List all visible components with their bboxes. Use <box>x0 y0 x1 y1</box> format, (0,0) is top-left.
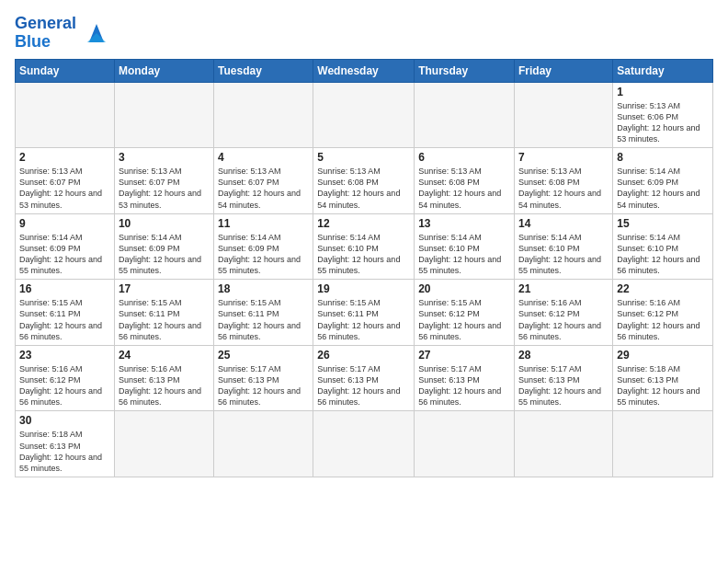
calendar-table: SundayMondayTuesdayWednesdayThursdayFrid… <box>15 59 713 477</box>
weekday-header-sunday: Sunday <box>16 59 115 82</box>
logo-icon <box>82 20 111 46</box>
calendar-cell <box>515 82 613 148</box>
logo: General Blue <box>15 15 111 52</box>
day-number: 16 <box>19 282 110 295</box>
calendar-cell: 17Sunrise: 5:15 AM Sunset: 6:11 PM Dayli… <box>114 280 213 346</box>
calendar-cell: 12Sunrise: 5:14 AM Sunset: 6:10 PM Dayli… <box>313 213 415 280</box>
weekday-header-friday: Friday <box>515 59 613 82</box>
calendar-cell: 1Sunrise: 5:13 AM Sunset: 6:06 PM Daylig… <box>613 82 713 148</box>
page-header: General Blue <box>15 15 713 52</box>
day-number: 7 <box>518 151 609 164</box>
calendar-cell: 15Sunrise: 5:14 AM Sunset: 6:10 PM Dayli… <box>613 213 713 280</box>
day-info: Sunrise: 5:14 AM Sunset: 6:09 PM Dayligh… <box>19 232 110 277</box>
calendar-cell: 14Sunrise: 5:14 AM Sunset: 6:10 PM Dayli… <box>515 213 613 280</box>
svg-marker-1 <box>87 33 106 42</box>
calendar-week-2: 2Sunrise: 5:13 AM Sunset: 6:07 PM Daylig… <box>16 148 713 214</box>
calendar-cell: 24Sunrise: 5:16 AM Sunset: 6:13 PM Dayli… <box>114 345 213 411</box>
day-number: 15 <box>617 217 709 230</box>
logo-general: General <box>15 14 76 32</box>
day-info: Sunrise: 5:17 AM Sunset: 6:13 PM Dayligh… <box>218 363 309 408</box>
day-number: 30 <box>19 414 110 427</box>
day-number: 20 <box>418 282 510 295</box>
calendar-cell: 13Sunrise: 5:14 AM Sunset: 6:10 PM Dayli… <box>415 213 515 280</box>
calendar-cell: 30Sunrise: 5:18 AM Sunset: 6:13 PM Dayli… <box>16 411 115 477</box>
calendar-cell: 10Sunrise: 5:14 AM Sunset: 6:09 PM Dayli… <box>114 213 213 280</box>
calendar-week-1: 1Sunrise: 5:13 AM Sunset: 6:06 PM Daylig… <box>16 82 713 148</box>
logo-blue: Blue <box>15 32 51 51</box>
day-info: Sunrise: 5:13 AM Sunset: 6:08 PM Dayligh… <box>317 166 410 211</box>
day-info: Sunrise: 5:18 AM Sunset: 6:13 PM Dayligh… <box>617 363 709 408</box>
day-number: 4 <box>218 151 309 164</box>
day-info: Sunrise: 5:15 AM Sunset: 6:11 PM Dayligh… <box>317 297 410 342</box>
calendar-week-4: 16Sunrise: 5:15 AM Sunset: 6:11 PM Dayli… <box>16 280 713 346</box>
calendar-week-6: 30Sunrise: 5:18 AM Sunset: 6:13 PM Dayli… <box>16 411 713 477</box>
day-number: 10 <box>119 217 210 230</box>
day-info: Sunrise: 5:15 AM Sunset: 6:11 PM Dayligh… <box>218 297 309 342</box>
calendar-cell: 29Sunrise: 5:18 AM Sunset: 6:13 PM Dayli… <box>613 345 713 411</box>
calendar-cell <box>214 411 313 477</box>
day-number: 12 <box>317 217 410 230</box>
day-number: 5 <box>317 151 410 164</box>
day-info: Sunrise: 5:14 AM Sunset: 6:10 PM Dayligh… <box>518 232 609 277</box>
calendar-cell <box>415 411 515 477</box>
calendar-cell: 4Sunrise: 5:13 AM Sunset: 6:07 PM Daylig… <box>214 148 313 214</box>
day-number: 2 <box>19 151 110 164</box>
calendar-cell: 7Sunrise: 5:13 AM Sunset: 6:08 PM Daylig… <box>515 148 613 214</box>
calendar-week-3: 9Sunrise: 5:14 AM Sunset: 6:09 PM Daylig… <box>16 213 713 280</box>
day-info: Sunrise: 5:15 AM Sunset: 6:11 PM Dayligh… <box>19 297 110 342</box>
day-info: Sunrise: 5:13 AM Sunset: 6:06 PM Dayligh… <box>617 100 709 145</box>
day-info: Sunrise: 5:17 AM Sunset: 6:13 PM Dayligh… <box>418 363 510 408</box>
day-number: 9 <box>19 217 110 230</box>
day-info: Sunrise: 5:18 AM Sunset: 6:13 PM Dayligh… <box>19 429 110 474</box>
calendar-cell: 23Sunrise: 5:16 AM Sunset: 6:12 PM Dayli… <box>16 345 115 411</box>
day-number: 13 <box>418 217 510 230</box>
calendar-cell: 20Sunrise: 5:15 AM Sunset: 6:12 PM Dayli… <box>415 280 515 346</box>
day-number: 1 <box>617 86 709 98</box>
calendar-cell <box>114 82 213 148</box>
day-number: 6 <box>418 151 510 164</box>
day-info: Sunrise: 5:14 AM Sunset: 6:09 PM Dayligh… <box>617 166 709 211</box>
logo-text: General Blue <box>15 15 76 52</box>
day-number: 26 <box>317 349 410 362</box>
day-number: 19 <box>317 282 410 295</box>
calendar-cell <box>16 82 115 148</box>
day-info: Sunrise: 5:14 AM Sunset: 6:10 PM Dayligh… <box>418 232 510 277</box>
day-number: 22 <box>617 282 709 295</box>
calendar-cell: 9Sunrise: 5:14 AM Sunset: 6:09 PM Daylig… <box>16 213 115 280</box>
day-number: 8 <box>617 151 709 164</box>
day-number: 29 <box>617 349 709 362</box>
weekday-header-saturday: Saturday <box>613 59 713 82</box>
day-number: 23 <box>19 349 110 362</box>
day-info: Sunrise: 5:17 AM Sunset: 6:13 PM Dayligh… <box>317 363 410 408</box>
day-info: Sunrise: 5:14 AM Sunset: 6:09 PM Dayligh… <box>218 232 309 277</box>
day-info: Sunrise: 5:13 AM Sunset: 6:07 PM Dayligh… <box>119 166 210 211</box>
weekday-header-thursday: Thursday <box>415 59 515 82</box>
day-info: Sunrise: 5:16 AM Sunset: 6:12 PM Dayligh… <box>518 297 609 342</box>
day-info: Sunrise: 5:16 AM Sunset: 6:12 PM Dayligh… <box>617 297 709 342</box>
day-info: Sunrise: 5:13 AM Sunset: 6:07 PM Dayligh… <box>19 166 110 211</box>
calendar-cell <box>214 82 313 148</box>
calendar-cell <box>515 411 613 477</box>
calendar-cell: 16Sunrise: 5:15 AM Sunset: 6:11 PM Dayli… <box>16 280 115 346</box>
day-number: 17 <box>119 282 210 295</box>
day-number: 27 <box>418 349 510 362</box>
day-info: Sunrise: 5:13 AM Sunset: 6:08 PM Dayligh… <box>518 166 609 211</box>
day-info: Sunrise: 5:14 AM Sunset: 6:10 PM Dayligh… <box>317 232 410 277</box>
calendar-cell <box>313 411 415 477</box>
day-number: 21 <box>518 282 609 295</box>
calendar-cell: 6Sunrise: 5:13 AM Sunset: 6:08 PM Daylig… <box>415 148 515 214</box>
weekday-header-wednesday: Wednesday <box>313 59 415 82</box>
calendar-cell: 21Sunrise: 5:16 AM Sunset: 6:12 PM Dayli… <box>515 280 613 346</box>
calendar-week-5: 23Sunrise: 5:16 AM Sunset: 6:12 PM Dayli… <box>16 345 713 411</box>
day-info: Sunrise: 5:13 AM Sunset: 6:07 PM Dayligh… <box>218 166 309 211</box>
calendar-cell: 28Sunrise: 5:17 AM Sunset: 6:13 PM Dayli… <box>515 345 613 411</box>
weekday-header-monday: Monday <box>114 59 213 82</box>
weekday-header-tuesday: Tuesday <box>214 59 313 82</box>
day-number: 18 <box>218 282 309 295</box>
day-info: Sunrise: 5:14 AM Sunset: 6:10 PM Dayligh… <box>617 232 709 277</box>
calendar-cell <box>415 82 515 148</box>
weekday-header-row: SundayMondayTuesdayWednesdayThursdayFrid… <box>16 59 713 82</box>
day-number: 28 <box>518 349 609 362</box>
day-number: 3 <box>119 151 210 164</box>
day-number: 24 <box>119 349 210 362</box>
